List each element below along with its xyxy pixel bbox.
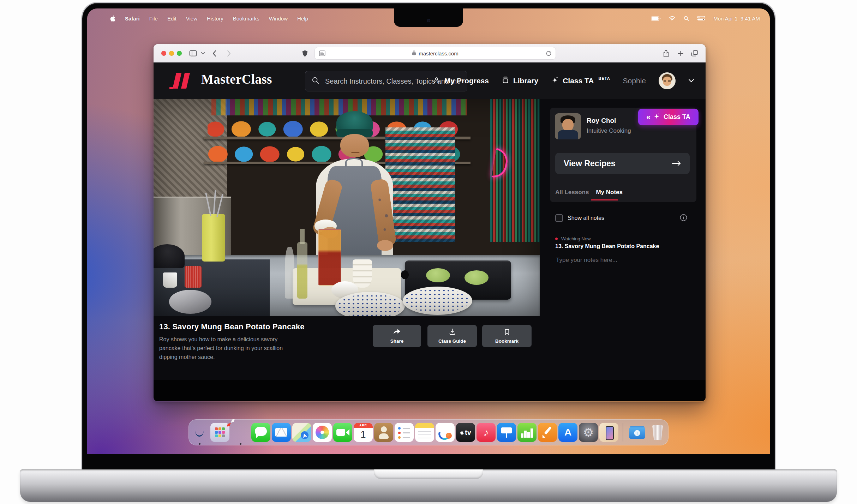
minimize-window-button[interactable] (169, 51, 174, 56)
apple-logo-icon[interactable] (110, 15, 115, 22)
chevron-down-icon[interactable] (688, 78, 694, 84)
menu-clock[interactable]: Mon Apr 1 9:41 AM (713, 16, 760, 22)
dock-safari-slot (231, 423, 250, 442)
menu-help[interactable]: Help (297, 16, 308, 22)
tab-overview-icon[interactable] (690, 44, 699, 62)
sparkle-icon (653, 113, 660, 122)
dock-divider (623, 423, 623, 442)
masterclass-page: MasterClass My Progress (154, 62, 706, 401)
macbook-screen: Safari File Edit View History Bookmarks … (87, 8, 770, 454)
back-icon[interactable] (211, 44, 218, 62)
class-guide-button-label: Class Guide (438, 338, 466, 344)
dock-freeform-icon[interactable] (436, 423, 455, 442)
masterclass-header: MasterClass My Progress (154, 62, 706, 99)
wifi-icon[interactable] (669, 16, 676, 21)
sidebar-icon[interactable] (188, 44, 198, 62)
safari-toolbar: masterclass.com (154, 44, 706, 62)
close-window-button[interactable] (161, 51, 166, 56)
notes-input[interactable] (555, 256, 689, 281)
watching-now-label: Watching Now (561, 236, 591, 241)
new-tab-icon[interactable] (677, 44, 684, 62)
reader-icon[interactable] (319, 50, 325, 57)
dock-maps-icon[interactable] (292, 423, 311, 442)
safari-window: masterclass.com (153, 44, 706, 402)
dock-calendar-icon[interactable]: APR 1 (354, 423, 373, 442)
lesson-title: 13. Savory Mung Bean Potato Pancake (159, 322, 305, 331)
tab-all-lessons[interactable]: All Lessons (555, 189, 589, 196)
show-all-notes-checkbox[interactable] (555, 214, 563, 222)
menu-app-name[interactable]: Safari (125, 16, 140, 22)
view-recipes-button[interactable]: View Recipes (555, 153, 690, 174)
collapse-icon: « (646, 113, 650, 120)
dock-mail-icon[interactable] (272, 423, 291, 442)
page-footer (154, 380, 706, 401)
macbook-base (20, 469, 837, 502)
dock-iphone-mirroring-icon[interactable] (599, 423, 618, 442)
dock-contacts-icon[interactable] (374, 423, 393, 442)
lock-icon (412, 50, 416, 56)
watching-now-row: Watching Now (555, 236, 591, 241)
nav-class-ta-label: Class TA (563, 77, 594, 85)
apple-logo-icon (460, 430, 464, 435)
dock-messages-icon[interactable] (251, 423, 270, 442)
user-avatar[interactable] (659, 72, 676, 89)
dock-reminders-icon[interactable] (395, 423, 414, 442)
class-guide-button[interactable]: Class Guide (427, 325, 477, 347)
avatar-glasses (664, 80, 671, 82)
menu-bookmarks[interactable]: Bookmarks (233, 16, 259, 22)
dock-launchpad-icon[interactable] (210, 423, 229, 442)
dock-photos-icon[interactable] (313, 423, 332, 442)
show-all-notes-row: Show all notes (555, 213, 691, 223)
menu-file[interactable]: File (149, 16, 158, 22)
instructor-avatar (555, 113, 581, 139)
dock-numbers-icon[interactable] (517, 423, 537, 442)
control-center-icon[interactable] (697, 16, 705, 21)
nav-my-progress[interactable]: My Progress (433, 76, 489, 86)
privacy-shield-icon[interactable] (301, 44, 309, 62)
library-icon (502, 76, 509, 86)
dock: APR 1 tv (188, 419, 669, 445)
dock-downloads-icon[interactable] (628, 423, 647, 442)
panel-tabs: All Lessons My Notes (555, 189, 623, 196)
watching-now-dot (555, 238, 558, 240)
dock-keynote-icon[interactable] (497, 423, 516, 442)
spotlight-search-icon[interactable] (684, 16, 689, 21)
video-vignette (154, 99, 540, 316)
dock-tv-icon[interactable]: tv (456, 423, 475, 442)
beta-badge: BETA (598, 76, 610, 80)
dock-appstore-icon[interactable] (558, 423, 577, 442)
user-name[interactable]: Sophie (623, 77, 646, 85)
menu-edit[interactable]: Edit (167, 16, 176, 22)
nav-library[interactable]: Library (502, 76, 538, 86)
display-notch (394, 8, 463, 27)
info-icon[interactable] (680, 214, 687, 223)
dock-pages-icon[interactable] (538, 423, 557, 442)
dock-trash-icon[interactable] (648, 423, 667, 442)
dock-settings-icon[interactable] (579, 423, 598, 442)
menu-window[interactable]: Window (269, 16, 288, 22)
dock-music-icon[interactable] (477, 423, 496, 442)
tab-my-notes[interactable]: My Notes (596, 189, 623, 196)
menu-view[interactable]: View (186, 16, 197, 22)
masterclass-wordmark[interactable]: MasterClass (201, 72, 272, 87)
zoom-window-button[interactable] (177, 51, 182, 56)
battery-icon[interactable] (651, 16, 661, 21)
masterclass-logo-icon[interactable] (169, 73, 192, 89)
reload-icon[interactable] (546, 50, 552, 58)
share-button[interactable]: Share (373, 325, 421, 347)
dock-notes-icon[interactable] (415, 423, 434, 442)
class-ta-button[interactable]: « Class TA (638, 109, 699, 125)
class-ta-panel: Roy Choi Intuitive Cooking View Recipes … (540, 99, 706, 401)
forward-icon[interactable] (226, 44, 233, 62)
bookmark-button[interactable]: Bookmark (482, 325, 532, 347)
address-bar[interactable]: masterclass.com (314, 47, 556, 60)
video-player[interactable] (154, 99, 540, 316)
menu-history[interactable]: History (207, 16, 223, 22)
current-lesson-title: 13. Savory Mung Bean Potato Pancake (555, 243, 659, 250)
chevron-down-icon[interactable] (200, 44, 206, 62)
share-icon[interactable] (662, 44, 670, 62)
dock-facetime-icon[interactable] (333, 423, 352, 442)
tv-label: tv (465, 428, 471, 437)
camera-icon (427, 19, 430, 22)
nav-class-ta[interactable]: Class TA BETA (551, 76, 610, 86)
